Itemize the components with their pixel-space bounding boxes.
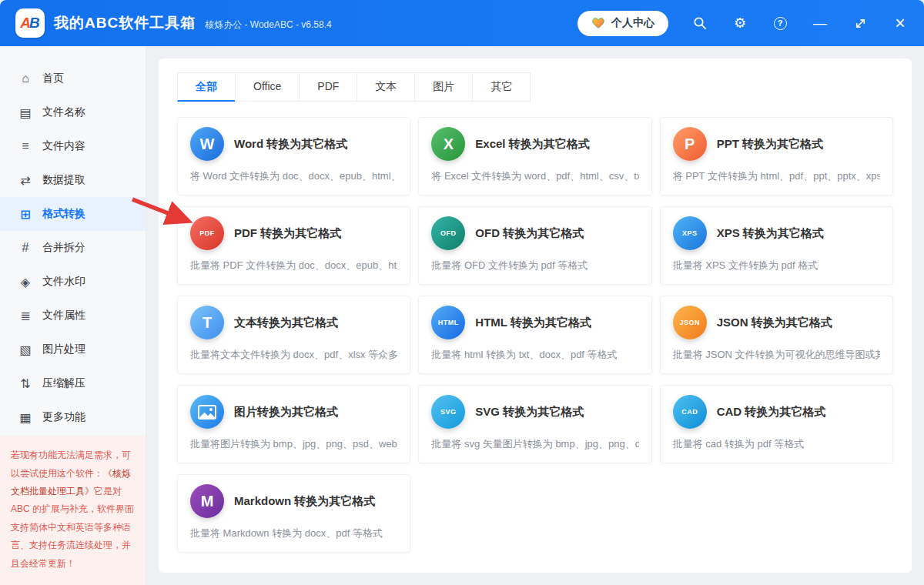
- card-description: 批量将 Markdown 转换为 docx、pdf 等格式: [190, 526, 397, 540]
- tab-label: 文本: [375, 80, 397, 92]
- settings-gear-icon[interactable]: ⚙: [732, 15, 748, 32]
- sidebar-item-label: 数据提取: [42, 173, 85, 187]
- tool-card-excel-convert[interactable]: X Excel 转换为其它格式 将 Excel 文件转换为 word、pdf、h…: [418, 117, 651, 196]
- tab-label: Office: [253, 80, 281, 92]
- card-description: 批量将文本文件转换为 docx、pdf、xlsx 等众多格式: [190, 348, 397, 362]
- tab-PDF[interactable]: PDF: [299, 72, 357, 102]
- sidebar-item-文件内容[interactable]: ≡ 文件内容: [0, 129, 146, 163]
- titlebar: A B 我的ABC软件工具箱 核烁办公 - WodeABC - v6.58.4 …: [0, 0, 924, 46]
- file-attributes-icon: ≣: [18, 309, 32, 323]
- user-center-button[interactable]: 个人中心: [578, 11, 668, 36]
- resize-icon[interactable]: [852, 15, 869, 32]
- tab-label: 图片: [433, 80, 454, 92]
- icon-badge-text: CAD: [681, 408, 698, 416]
- tool-card-svg-convert[interactable]: SVG SVG 转换为其它格式 批量将 svg 矢量图片转换为 bmp、jpg、…: [418, 385, 651, 463]
- file-content-icon: ≡: [18, 139, 32, 153]
- ofd-convert-icon: OFD: [431, 216, 465, 250]
- icon-badge-text: PDF: [199, 229, 215, 237]
- sidebar-item-文件名称[interactable]: ▤ 文件名称: [0, 95, 146, 129]
- tool-card-word-convert[interactable]: W Word 转换为其它格式 将 Word 文件转换为 doc、docx、epu…: [177, 117, 410, 196]
- cad-convert-icon: CAD: [673, 395, 707, 429]
- svg-convert-icon: SVG: [431, 395, 465, 429]
- logo-letter-b: B: [29, 15, 40, 32]
- tool-card-text-convert[interactable]: T 文本转换为其它格式 批量将文本文件转换为 docx、pdf、xlsx 等众多…: [177, 296, 410, 374]
- card-description: 将 Excel 文件转换为 word、pdf、html、csv、txt、s: [431, 169, 638, 183]
- sidebar-item-格式转换[interactable]: ⊞ 格式转换: [0, 197, 146, 231]
- category-tabs: 全部 Office PDF 文本 图片 其它: [177, 72, 893, 102]
- tool-card-markdown-convert[interactable]: M Markdown 转换为其它格式 批量将 Markdown 转换为 docx…: [177, 474, 410, 553]
- minimize-icon[interactable]: —: [812, 15, 829, 32]
- card-title: XPS 转换为其它格式: [717, 226, 824, 241]
- close-icon[interactable]: ×: [892, 15, 909, 32]
- tab-全部[interactable]: 全部: [177, 72, 236, 102]
- json-convert-icon: JSON: [673, 306, 707, 339]
- compress-icon: ⇅: [18, 376, 32, 391]
- sidebar-item-label: 文件内容: [42, 139, 85, 153]
- sidebar-item-label: 文件属性: [42, 309, 85, 323]
- tool-card-ofd-convert[interactable]: OFD OFD 转换为其它格式 批量将 OFD 文件转换为 pdf 等格式: [418, 206, 651, 285]
- tab-文本[interactable]: 文本: [357, 72, 415, 102]
- sidebar-item-压缩解压[interactable]: ⇅ 压缩解压: [0, 366, 146, 400]
- search-icon[interactable]: [691, 15, 708, 32]
- tool-card-json-convert[interactable]: JSON JSON 转换为其它格式 批量将 JSON 文件转换为可视化的思维导图…: [660, 296, 893, 374]
- tool-card-xps-convert[interactable]: XPS XPS 转换为其它格式 批量将 XPS 文件转换为 pdf 格式: [660, 206, 893, 285]
- icon-badge-text: OFD: [440, 229, 457, 237]
- home-icon: ⌂: [18, 72, 32, 85]
- ppt-convert-icon: P: [673, 127, 707, 161]
- tool-card-ppt-convert[interactable]: P PPT 转换为其它格式 将 PPT 文件转换为 html、pdf、ppt、p…: [660, 117, 893, 196]
- tool-card-html-convert[interactable]: HTML HTML 转换为其它格式 批量将 html 转换为 txt、docx、…: [418, 296, 651, 374]
- card-description: 批量将 svg 矢量图片转换为 bmp、jpg、png、docx: [431, 437, 638, 451]
- sidebar-item-数据提取[interactable]: ⇄ 数据提取: [0, 163, 146, 197]
- card-title: 文本转换为其它格式: [234, 316, 338, 330]
- card-title: JSON 转换为其它格式: [717, 316, 832, 330]
- text-convert-icon: T: [190, 306, 224, 339]
- data-extract-icon: ⇄: [18, 173, 32, 188]
- card-title: OFD 转换为其它格式: [475, 226, 584, 241]
- vip-badge-icon: [591, 16, 605, 30]
- tab-label: 其它: [490, 80, 512, 92]
- tab-Office[interactable]: Office: [235, 72, 300, 102]
- sidebar: ⌂ 首页 ▤ 文件名称 ≡ 文件内容 ⇄ 数据提取 ⊞ 格式转换 # 合并拆分 …: [0, 46, 146, 585]
- sidebar-item-更多功能[interactable]: ▦ 更多功能: [0, 400, 146, 434]
- image-convert-icon: [190, 395, 224, 429]
- card-description: 批量将 html 转换为 txt、docx、pdf 等格式: [431, 348, 638, 362]
- content-panel: 全部 Office PDF 文本 图片 其它 W Word 转换为其它格式 将 …: [159, 58, 912, 573]
- image-process-icon: ▧: [18, 343, 32, 357]
- pdf-convert-icon: PDF: [190, 216, 224, 250]
- card-description: 批量将 XPS 文件转换为 pdf 格式: [673, 259, 880, 272]
- sidebar-item-文件水印[interactable]: ◈ 文件水印: [0, 265, 146, 299]
- markdown-convert-icon: M: [190, 484, 224, 518]
- excel-convert-icon: X: [431, 127, 465, 161]
- tool-card-cad-convert[interactable]: CAD CAD 转换为其它格式 批量将 cad 转换为 pdf 等格式: [660, 385, 893, 463]
- card-description: 批量将 PDF 文件转换为 doc、docx、epub、html、: [190, 259, 397, 272]
- icon-badge-text: X: [444, 135, 454, 153]
- icon-badge-text: JSON: [679, 319, 700, 326]
- sidebar-item-文件属性[interactable]: ≣ 文件属性: [0, 299, 146, 333]
- tab-label: PDF: [317, 80, 339, 92]
- icon-badge-text: M: [201, 493, 214, 510]
- html-convert-icon: HTML: [431, 306, 465, 339]
- sidebar-promo: 若现有功能无法满足需求，可以尝试使用这个软件：《核烁文档批量处理工具》它是对 A…: [0, 436, 146, 585]
- card-description: 批量将 JSON 文件转换为可视化的思维导图或其它格: [673, 348, 880, 362]
- tab-图片[interactable]: 图片: [414, 72, 473, 102]
- sidebar-item-label: 合并拆分: [42, 241, 85, 255]
- file-name-icon: ▤: [18, 105, 32, 120]
- card-title: HTML 转换为其它格式: [475, 316, 591, 330]
- card-title: PPT 转换为其它格式: [717, 137, 823, 152]
- sidebar-item-label: 文件名称: [42, 105, 85, 119]
- icon-badge-text: SVG: [440, 408, 457, 416]
- sidebar-item-首页[interactable]: ⌂ 首页: [0, 62, 146, 95]
- picture-glyph: [198, 405, 216, 420]
- sidebar-item-图片处理[interactable]: ▧ 图片处理: [0, 333, 146, 366]
- promo-text-post: 它是对 ABC 的扩展与补充，软件界面支持简体中文和英语等多种语言、支持任务流连…: [11, 486, 134, 569]
- word-convert-icon: W: [190, 127, 224, 161]
- icon-badge-text: T: [203, 314, 212, 332]
- merge-split-icon: #: [18, 241, 32, 255]
- help-icon[interactable]: ?: [772, 15, 788, 32]
- card-title: 图片转换为其它格式: [234, 405, 338, 420]
- tool-card-image-convert[interactable]: 图片转换为其它格式 批量将图片转换为 bmp、jpg、png、psd、webp、: [177, 385, 410, 463]
- sidebar-item-合并拆分[interactable]: # 合并拆分: [0, 231, 146, 265]
- tab-其它[interactable]: 其它: [472, 72, 531, 102]
- card-title: SVG 转换为其它格式: [475, 405, 584, 420]
- tool-card-pdf-convert[interactable]: PDF PDF 转换为其它格式 批量将 PDF 文件转换为 doc、docx、e…: [177, 206, 410, 285]
